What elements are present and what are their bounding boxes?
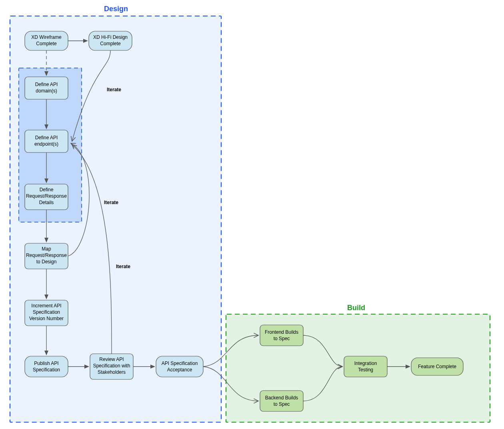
svg-text:Increment API: Increment API <box>31 303 61 309</box>
svg-text:Specification: Specification <box>33 367 60 373</box>
svg-text:Map: Map <box>42 246 51 252</box>
node-define-endpoints: Define API endpoint(s) <box>25 130 68 152</box>
svg-text:Review API: Review API <box>99 357 124 362</box>
svg-rect-42 <box>344 356 387 377</box>
label-iterate-1: Iterate <box>107 87 121 92</box>
node-hifi: XD Hi-Fi Design Complete <box>89 31 132 50</box>
node-feature-complete: Feature Complete <box>411 358 463 375</box>
svg-text:Complete: Complete <box>100 41 121 46</box>
node-frontend: Frontend Builds to Spec <box>260 325 303 346</box>
node-integration: Integration Testing <box>344 356 387 377</box>
svg-text:Request/Response: Request/Response <box>26 193 67 199</box>
group-design-title: Design <box>104 5 128 13</box>
svg-text:endpoint(s): endpoint(s) <box>34 141 58 147</box>
svg-text:Request/Response: Request/Response <box>26 253 67 258</box>
svg-rect-33 <box>156 356 203 377</box>
svg-text:Publish API: Publish API <box>34 361 58 366</box>
flowchart-canvas: Design Build XD Wireframe Complete XD Hi… <box>0 0 504 429</box>
node-define-details: Define Request/Response Details <box>25 184 68 210</box>
label-iterate-2: Iterate <box>104 200 118 205</box>
svg-text:Stakeholders: Stakeholders <box>98 369 126 375</box>
svg-text:Feature Complete: Feature Complete <box>418 364 456 369</box>
svg-text:Backend Builds: Backend Builds <box>265 395 298 401</box>
node-publish: Publish API Specification <box>25 356 68 377</box>
svg-text:Specification with: Specification with <box>93 363 130 369</box>
svg-text:Frontend Builds: Frontend Builds <box>265 329 298 335</box>
svg-text:Integration: Integration <box>354 361 377 366</box>
svg-rect-39 <box>260 391 303 411</box>
svg-rect-26 <box>25 356 68 377</box>
node-define-domain: Define API domain(s) <box>25 77 68 99</box>
node-wireframe: XD Wireframe Complete <box>25 31 68 50</box>
node-backend: Backend Builds to Spec <box>260 391 303 411</box>
node-increment-version: Increment API Specification Version Numb… <box>25 300 68 326</box>
svg-text:Testing: Testing <box>358 367 373 373</box>
node-review: Review API Specification with Stakeholde… <box>90 354 133 379</box>
group-build-title: Build <box>347 304 365 312</box>
svg-text:XD Hi-Fi Design: XD Hi-Fi Design <box>93 34 128 40</box>
svg-text:to Design: to Design <box>36 259 57 265</box>
svg-text:domain(s): domain(s) <box>36 88 57 94</box>
svg-text:Details: Details <box>39 200 54 205</box>
svg-text:XD Wireframe: XD Wireframe <box>31 34 62 40</box>
svg-text:to Spec: to Spec <box>274 336 290 341</box>
svg-text:Acceptance: Acceptance <box>167 367 192 373</box>
node-acceptance: API Specification Acceptance <box>156 356 203 377</box>
svg-text:Version Number: Version Number <box>29 316 64 321</box>
svg-text:to Spec: to Spec <box>274 401 290 407</box>
node-map-design: Map Request/Response to Design <box>25 243 68 269</box>
svg-text:Complete: Complete <box>36 41 57 46</box>
svg-text:Define: Define <box>40 187 54 192</box>
svg-text:API Specification: API Specification <box>162 361 198 366</box>
svg-text:Define API: Define API <box>35 82 58 87</box>
svg-rect-36 <box>260 325 303 346</box>
svg-text:Define API: Define API <box>35 135 58 140</box>
svg-text:Specification: Specification <box>33 309 60 315</box>
label-iterate-3: Iterate <box>116 264 130 269</box>
